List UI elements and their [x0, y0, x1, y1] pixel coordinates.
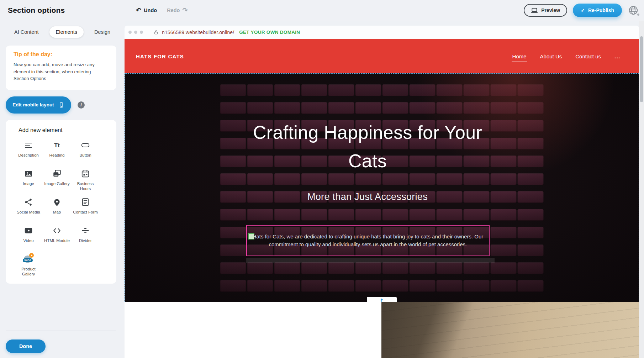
redo-label: Redo: [167, 7, 180, 13]
element-business-hours[interactable]: Business Hours: [71, 167, 100, 193]
site-preview: HATS FOR CATS Home About Us Contact us .…: [125, 39, 639, 358]
history-controls: ↶ Undo Redo ↷: [136, 0, 188, 21]
nav-item-contact-us[interactable]: Contact us: [575, 53, 601, 59]
tab-elements[interactable]: Elements: [49, 26, 84, 38]
add-new-element-panel: Add new element Description Tt Heading B…: [6, 120, 116, 284]
hero-paragraph[interactable]: Hats for Cats, we are dedicated to craft…: [250, 233, 485, 248]
hero-subheading[interactable]: More than Just Accessories: [125, 191, 611, 202]
element-heading[interactable]: Tt Heading: [43, 138, 71, 164]
element-label: Contact Form: [73, 210, 98, 215]
scrollbar-thumb[interactable]: [640, 36, 643, 102]
element-image-gallery[interactable]: Image Gallery: [43, 167, 71, 193]
product-gallery-icon: SHOP: [23, 254, 34, 264]
element-contact-form[interactable]: Contact Form: [71, 195, 100, 221]
tab-design[interactable]: Design: [94, 26, 110, 38]
monitor-icon: [531, 7, 538, 14]
redo-button[interactable]: Redo ↷: [167, 7, 188, 14]
nav-item-home[interactable]: Home: [512, 53, 527, 59]
globe-badge-dot: [637, 14, 639, 16]
next-section[interactable]: [125, 302, 639, 358]
element-label: Divider: [79, 238, 92, 243]
element-social-media[interactable]: Social Media: [14, 195, 43, 221]
element-map[interactable]: Map: [43, 195, 71, 221]
sidebar-tabs: AI Content Elements Design: [0, 21, 125, 38]
divider-icon: [81, 226, 90, 236]
nav-item-about-us[interactable]: About Us: [540, 53, 562, 59]
tip-title: Tip of the day:: [14, 51, 109, 58]
element-label: Social Media: [17, 210, 40, 215]
undo-icon: ↶: [136, 7, 141, 14]
element-product-gallery[interactable]: SHOP Product Gallery: [14, 252, 43, 278]
lock-icon: [154, 30, 159, 35]
pavement-photo: [381, 302, 639, 358]
element-divider[interactable]: Divider: [71, 224, 100, 249]
edit-mobile-label: Edit mobile layout: [12, 102, 54, 107]
element-label: Image: [23, 181, 34, 186]
window-dot: [134, 31, 137, 34]
element-description[interactable]: Description: [14, 138, 43, 164]
business-hours-icon: [81, 169, 90, 179]
undo-label: Undo: [144, 7, 157, 13]
done-button[interactable]: Done: [6, 339, 46, 353]
get-your-own-domain-link[interactable]: GET YOUR OWN DOMAIN: [239, 30, 300, 35]
window-dot: [128, 31, 132, 34]
element-label: Image Gallery: [44, 181, 70, 186]
site-logo[interactable]: HATS FOR CATS: [136, 53, 184, 59]
window-dots: [128, 31, 143, 34]
element-html-module[interactable]: HTML Module: [43, 224, 71, 249]
site-url: n1566589.websitebuilder.online/: [162, 30, 234, 35]
site-header[interactable]: HATS FOR CATS Home About Us Contact us .…: [125, 39, 639, 73]
browser-chrome-bar: n1566589.websitebuilder.online/ GET YOUR…: [125, 26, 639, 39]
republish-button[interactable]: ✓ Re-Publish: [573, 4, 622, 17]
video-icon: [24, 226, 33, 236]
image-icon: [24, 169, 33, 179]
element-label: Map: [53, 210, 61, 215]
nav-more-icon[interactable]: ...: [614, 53, 621, 59]
shop-pill-label: SHOP: [23, 258, 33, 262]
hero-heading[interactable]: Crafting Happiness for Your Cats: [250, 118, 485, 175]
page-scrollbar: [639, 21, 644, 358]
tab-ai-content[interactable]: AI Content: [14, 26, 39, 38]
element-grid: Description Tt Heading Button Image: [14, 138, 114, 278]
element-label: Product Gallery: [16, 267, 41, 277]
section-resize-drag-handle[interactable]: [367, 297, 397, 302]
resize-handle[interactable]: [248, 233, 254, 239]
element-button[interactable]: Button: [71, 138, 100, 164]
upgrade-badge-icon: [29, 253, 34, 258]
description-icon: [24, 141, 33, 150]
map-icon: [52, 198, 62, 207]
element-image[interactable]: Image: [14, 167, 43, 193]
tip-of-the-day-card: Tip of the day: Now you can add, move an…: [6, 46, 116, 90]
html-module-icon: [52, 226, 62, 236]
element-video[interactable]: Video: [14, 224, 43, 249]
page-title: Section options: [8, 6, 65, 15]
selected-text-element[interactable]: Hats for Cats, we are dedicated to craft…: [246, 225, 490, 256]
element-label: Video: [23, 238, 33, 243]
element-label: Button: [79, 153, 91, 158]
editor-canvas: n1566589.websitebuilder.online/ GET YOUR…: [125, 21, 639, 358]
social-media-icon: [24, 198, 33, 207]
add-panel-title: Add new element: [19, 127, 114, 133]
edit-mobile-layout-button[interactable]: Edit mobile layout: [6, 96, 71, 114]
undo-button[interactable]: ↶ Undo: [136, 7, 157, 14]
check-icon: ✓: [581, 7, 585, 13]
topbar: Section options ↶ Undo Redo ↷ Preview ✓ …: [0, 0, 644, 21]
preview-label: Preview: [541, 7, 560, 13]
language-globe-icon[interactable]: [628, 5, 639, 16]
info-icon[interactable]: i: [78, 101, 85, 109]
hero-section[interactable]: Crafting Happiness for Your Cats More th…: [125, 73, 639, 302]
redo-icon: ↷: [182, 7, 188, 14]
section-options-sidebar: AI Content Elements Design Tip of the da…: [0, 21, 125, 358]
topbar-right: Preview ✓ Re-Publish: [524, 0, 639, 21]
element-label: Description: [18, 153, 39, 158]
republish-label: Re-Publish: [588, 7, 614, 13]
preview-button[interactable]: Preview: [524, 4, 567, 17]
sidebar-divider: [6, 331, 116, 331]
element-label: HTML Module: [44, 238, 70, 243]
contact-form-icon: [81, 198, 90, 207]
window-dot: [140, 31, 143, 34]
image-gallery-icon: [52, 169, 62, 179]
heading-icon: Tt: [54, 141, 60, 150]
site-nav: Home About Us Contact us ...: [512, 53, 621, 59]
mobile-layout-row: Edit mobile layout i: [6, 96, 125, 114]
